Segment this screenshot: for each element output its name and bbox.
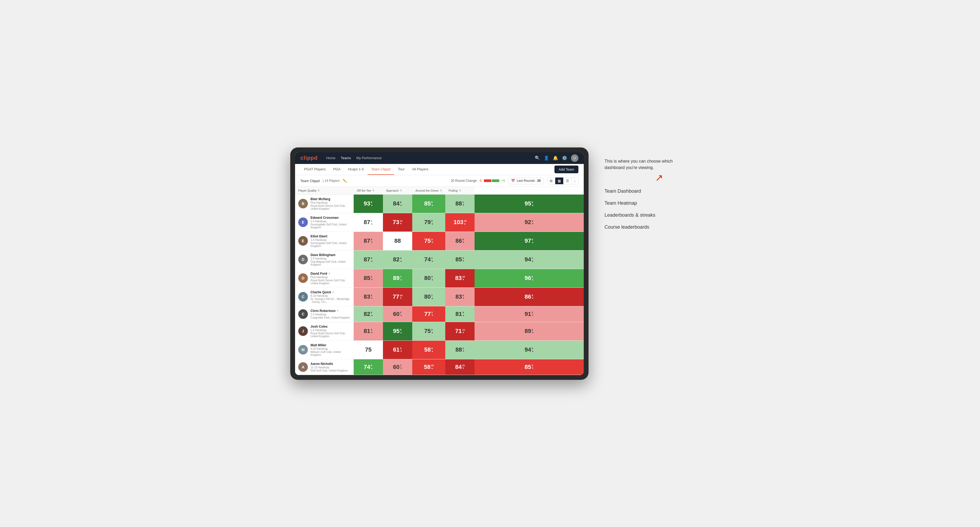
- table-row[interactable]: J Josh Coles 1-5 Handicap Royal North De…: [295, 322, 584, 340]
- add-team-button[interactable]: Add Team: [554, 165, 578, 173]
- score-cell: 75 2 ▲: [412, 322, 445, 340]
- score-cell: 74 1 ▲: [412, 250, 445, 269]
- score-change: 9 ▲: [371, 201, 373, 206]
- player-handicap: Plus Handicap: [310, 201, 350, 204]
- tab-pgat-players[interactable]: PGAT Players: [301, 164, 329, 175]
- score-change: 10 ▼: [462, 275, 465, 281]
- score-value: 75: [424, 237, 431, 244]
- score-value: 88: [455, 346, 462, 353]
- player-club: Drift Golf Club, United Kingdom: [310, 369, 348, 372]
- player-cell[interactable]: C Chris Robertson ✓ 1-5 Handicap Craigmi…: [295, 306, 354, 322]
- score-cell: 94 1 ▲: [474, 250, 584, 269]
- score-value: 79: [424, 219, 431, 226]
- last-rounds-button[interactable]: 📅 Last Rounds: 20: [508, 177, 544, 184]
- score-value: 82: [364, 311, 370, 317]
- table-row[interactable]: C Charlie Quick ✓ 6-10 Handicap St. Geor…: [295, 287, 584, 306]
- app-logo[interactable]: clippd: [301, 155, 318, 161]
- score-value: 92: [525, 219, 531, 226]
- score-change: 4 ▲: [431, 347, 434, 352]
- score-cell: 71 11 ▼: [445, 322, 474, 340]
- player-cell[interactable]: D Dave Billingham 1-5 Handicap Gog Magog…: [295, 250, 354, 269]
- player-handicap: 6-10 Handicap: [310, 347, 350, 350]
- col-off-tee[interactable]: Off the Tee ⇅: [354, 187, 383, 195]
- score-change: 11 ▼: [462, 329, 465, 334]
- people-button[interactable]: 👤: [544, 156, 549, 160]
- player-cell[interactable]: J Josh Coles 1-5 Handicap Royal North De…: [295, 322, 354, 340]
- player-cell[interactable]: C Charlie Quick ✓ 6-10 Handicap St. Geor…: [295, 287, 354, 306]
- table-row[interactable]: D David Ford ✓ Plus Handicap Royal North…: [295, 269, 584, 287]
- score-value: 87: [364, 256, 370, 263]
- table-row[interactable]: D Dave Billingham 1-5 Handicap Gog Magog…: [295, 250, 584, 269]
- player-cell[interactable]: M Matt Miller 6-10 Handicap Woburn Golf …: [295, 340, 354, 359]
- player-club: Sunningdale Golf Club, United Kingdom: [310, 223, 350, 229]
- view-toggle: ⊞ ▦ ☰ ↓: [547, 177, 579, 184]
- nav-teams[interactable]: Teams: [341, 156, 351, 160]
- nav-home[interactable]: Home: [326, 156, 336, 160]
- tab-team-clippd[interactable]: Team Clippd: [368, 164, 394, 175]
- score-cell: 81 3 ▼: [354, 322, 383, 340]
- score-change: 4 ▲: [463, 311, 465, 316]
- player-info: Matt Miller 6-10 Handicap Woburn Golf Cl…: [310, 343, 350, 356]
- score-value: 60: [393, 311, 399, 317]
- player-cell[interactable]: E Elliot Ebert 1-5 Handicap Sunningdale …: [295, 232, 354, 250]
- score-change: 3 ▼: [371, 238, 373, 243]
- player-info: David Ford ✓ Plus Handicap Royal North D…: [310, 272, 350, 285]
- last-rounds-label: Last Rounds:: [517, 179, 536, 183]
- score-change: 11 ▼: [400, 220, 402, 225]
- download-button[interactable]: ↓: [572, 178, 578, 184]
- score-value: 88: [395, 237, 401, 244]
- score-cell: 80 1 ▲: [412, 287, 445, 306]
- grid-view-button[interactable]: ⊞: [547, 178, 555, 184]
- col-player-quality[interactable]: Player Quality ⇅: [295, 187, 354, 195]
- col-approach[interactable]: Approach ⇅: [383, 187, 412, 195]
- table-row[interactable]: E Edward Crossman 1-5 Handicap Sunningda…: [295, 213, 584, 232]
- score-cell: 74 8 ▲: [354, 359, 383, 375]
- heatmap-view-button[interactable]: ▦: [555, 178, 563, 184]
- score-value: 94: [525, 256, 531, 263]
- settings-button[interactable]: ⚙️: [562, 156, 567, 160]
- player-name: Matt Miller: [310, 343, 350, 347]
- score-value: 85: [455, 256, 462, 263]
- score-value: 96: [525, 275, 531, 282]
- search-icon: 🔍: [535, 156, 540, 160]
- tab-all-players[interactable]: All Players: [408, 164, 432, 175]
- edit-team-icon[interactable]: ✏️: [343, 179, 347, 183]
- user-avatar[interactable]: U: [571, 154, 578, 162]
- table-row[interactable]: E Elliot Ebert 1-5 Handicap Sunningdale …: [295, 232, 584, 250]
- tab-hcaps[interactable]: Hcaps 1-5: [344, 164, 368, 175]
- player-info: Aaron Nicholls 11-15 Handicap Drift Golf…: [310, 362, 348, 372]
- search-button[interactable]: 🔍: [535, 156, 540, 160]
- score-value: 88: [455, 200, 462, 207]
- table-row[interactable]: B Blair McHarg Plus Handicap Royal North…: [295, 194, 584, 213]
- score-value: 82: [393, 256, 399, 263]
- score-change: 3 ▼: [463, 257, 465, 262]
- tab-tour[interactable]: Tour: [394, 164, 408, 175]
- player-avatar: D: [298, 255, 308, 264]
- bell-button[interactable]: 🔔: [553, 156, 558, 160]
- score-cell: 91 3 ▼: [474, 306, 584, 322]
- score-change: 1 ▲: [532, 257, 534, 262]
- col-putting[interactable]: Putting ⇅: [445, 187, 474, 195]
- sort-icon-player: ⇅: [318, 189, 320, 192]
- table-row[interactable]: M Matt Miller 6-10 Handicap Woburn Golf …: [295, 340, 584, 359]
- col-around-green[interactable]: Around the Green ⇅: [412, 187, 445, 195]
- people-icon: 👤: [544, 156, 549, 160]
- change-bar: [484, 179, 499, 182]
- score-change: 8 ▲: [400, 329, 402, 334]
- table-row[interactable]: A Aaron Nicholls 11-15 Handicap Drift Go…: [295, 359, 584, 375]
- score-value: 61: [393, 346, 399, 353]
- player-cell[interactable]: D David Ford ✓ Plus Handicap Royal North…: [295, 269, 354, 287]
- score-cell: 85 8 ▲: [412, 194, 445, 213]
- player-cell[interactable]: E Edward Crossman 1-5 Handicap Sunningda…: [295, 213, 354, 232]
- nav-my-performance[interactable]: My Performance: [356, 156, 382, 160]
- score-value: 87: [364, 237, 370, 244]
- team-name: Team Clippd: [301, 179, 320, 183]
- list-view-button[interactable]: ☰: [563, 178, 572, 184]
- score-change: 15 ▲: [464, 220, 466, 225]
- table-row[interactable]: C Chris Robertson ✓ 1-5 Handicap Craigmi…: [295, 306, 584, 322]
- player-cell[interactable]: A Aaron Nicholls 11-15 Handicap Drift Go…: [295, 359, 354, 375]
- player-cell[interactable]: B Blair McHarg Plus Handicap Royal North…: [295, 194, 354, 213]
- score-value: 83: [364, 293, 370, 300]
- tab-pga[interactable]: PGA: [329, 164, 344, 175]
- round-change-info: 20 Round Change -5 +5: [451, 179, 505, 183]
